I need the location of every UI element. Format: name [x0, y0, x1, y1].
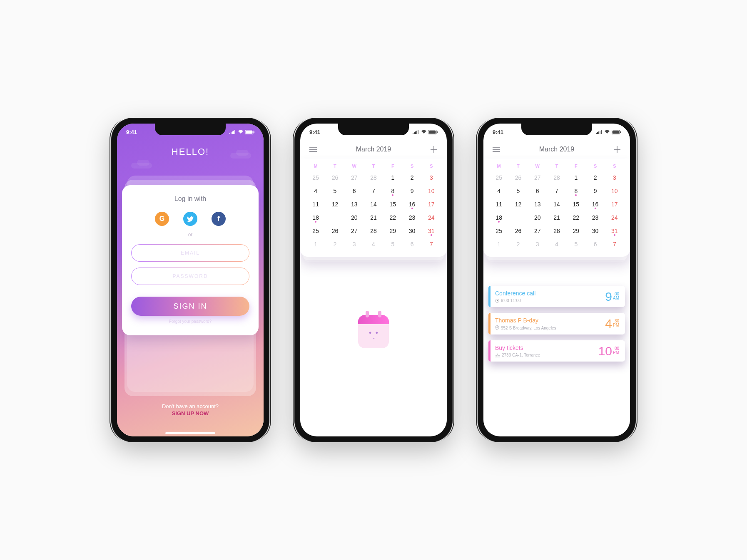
calendar-day[interactable]: 29	[566, 224, 585, 238]
calendar-day[interactable]: 28	[547, 224, 566, 238]
event-card[interactable]: Thomas P B-day952 S Broadway, Los Angele…	[488, 313, 625, 335]
event-card[interactable]: Conference call9:00-11:00900AM	[488, 286, 625, 307]
calendar-day[interactable]: 22	[566, 211, 585, 224]
calendar-day[interactable]: 29	[383, 224, 402, 238]
email-input[interactable]	[131, 244, 249, 262]
calendar-day[interactable]: 25	[306, 171, 325, 184]
home-indicator[interactable]	[165, 432, 215, 434]
calendar-day[interactable]: 27	[345, 224, 364, 238]
calendar-day[interactable]: 4	[364, 238, 383, 251]
calendar-day[interactable]: 21	[547, 211, 566, 224]
calendar-day[interactable]: 2	[325, 238, 344, 251]
calendar-day[interactable]: 5	[508, 184, 528, 198]
calendar-day[interactable]: 11	[489, 198, 508, 211]
calendar-day[interactable]: 20	[345, 211, 364, 224]
calendar-day[interactable]: 14	[364, 198, 383, 211]
calendar-day[interactable]: 19	[508, 211, 528, 224]
twitter-login-button[interactable]	[183, 212, 197, 226]
home-indicator[interactable]	[532, 432, 582, 434]
calendar-day[interactable]: 28	[547, 171, 566, 184]
event-card[interactable]: Buy tickets2733 CA-1, Torrance1000PM	[488, 340, 625, 362]
calendar-day[interactable]: 21	[364, 211, 383, 224]
calendar-day[interactable]: 26	[325, 171, 344, 184]
calendar-day[interactable]: 3	[528, 238, 547, 251]
calendar-day[interactable]: 28	[364, 224, 383, 238]
calendar-day[interactable]: 10	[422, 184, 441, 198]
scroll-down-icon[interactable]	[552, 425, 561, 430]
forgot-password-link[interactable]: Forgot your password?	[131, 319, 249, 324]
calendar-day[interactable]: 24	[605, 211, 624, 224]
calendar-day[interactable]: 1	[383, 171, 402, 184]
calendar-day[interactable]: 25	[306, 224, 325, 238]
calendar-day[interactable]: 7	[364, 184, 383, 198]
calendar-day[interactable]: 25	[489, 224, 508, 238]
calendar-day[interactable]: 17	[422, 198, 441, 211]
month-title[interactable]: March 2019	[356, 146, 391, 153]
password-input[interactable]	[131, 268, 249, 285]
calendar-day[interactable]: 19	[325, 211, 344, 224]
calendar-day[interactable]: 4	[489, 184, 508, 198]
calendar-day[interactable]: 5	[325, 184, 344, 198]
calendar-day[interactable]: 6	[402, 238, 421, 251]
calendar-day[interactable]: 4	[306, 184, 325, 198]
calendar-day[interactable]: 20	[528, 211, 547, 224]
calendar-day[interactable]: 7	[605, 238, 624, 251]
calendar-day[interactable]: 18	[489, 211, 508, 224]
calendar-day[interactable]: 8	[383, 184, 402, 198]
calendar-day[interactable]: 24	[422, 211, 441, 224]
calendar-day[interactable]: 18	[306, 211, 325, 224]
calendar-day[interactable]: 15	[566, 198, 585, 211]
calendar-day[interactable]: 13	[528, 198, 547, 211]
calendar-day[interactable]: 1	[306, 238, 325, 251]
calendar-day[interactable]: 2	[402, 171, 421, 184]
calendar-day[interactable]: 31	[605, 224, 624, 238]
calendar-day[interactable]: 27	[345, 171, 364, 184]
calendar-day[interactable]: 2	[585, 171, 605, 184]
calendar-day[interactable]: 14	[547, 198, 566, 211]
calendar-day[interactable]: 15	[383, 198, 402, 211]
calendar-day[interactable]: 23	[585, 211, 605, 224]
calendar-day[interactable]: 7	[547, 184, 566, 198]
calendar-day[interactable]: 3	[605, 171, 624, 184]
calendar-day[interactable]: 16	[585, 198, 605, 211]
calendar-day[interactable]: 17	[605, 198, 624, 211]
calendar-day[interactable]: 10	[605, 184, 624, 198]
calendar-day[interactable]: 3	[422, 171, 441, 184]
calendar-day[interactable]: 5	[566, 238, 585, 251]
calendar-day[interactable]: 26	[508, 224, 528, 238]
calendar-day[interactable]: 5	[383, 238, 402, 251]
add-event-button[interactable]	[429, 145, 438, 154]
calendar-day[interactable]: 8	[566, 184, 585, 198]
calendar-day[interactable]: 13	[345, 198, 364, 211]
calendar-day[interactable]: 6	[345, 184, 364, 198]
calendar-day[interactable]: 1	[489, 238, 508, 251]
calendar-day[interactable]: 12	[325, 198, 344, 211]
calendar-day[interactable]: 31	[422, 224, 441, 238]
calendar-day[interactable]: 27	[528, 171, 547, 184]
signin-button[interactable]: SIGN IN	[131, 297, 249, 316]
calendar-day[interactable]: 16	[402, 198, 421, 211]
month-title[interactable]: March 2019	[539, 146, 575, 153]
calendar-day[interactable]: 26	[325, 224, 344, 238]
calendar-day[interactable]: 30	[585, 224, 605, 238]
calendar-day[interactable]: 2	[508, 238, 528, 251]
calendar-day[interactable]: 22	[383, 211, 402, 224]
menu-icon[interactable]	[492, 145, 501, 154]
menu-icon[interactable]	[309, 145, 318, 154]
calendar-day[interactable]: 28	[364, 171, 383, 184]
calendar-day[interactable]: 6	[585, 238, 605, 251]
calendar-day[interactable]: 3	[345, 238, 364, 251]
calendar-day[interactable]: 4	[547, 238, 566, 251]
add-event-button[interactable]	[613, 145, 622, 154]
calendar-day[interactable]: 25	[489, 171, 508, 184]
calendar-day[interactable]: 23	[402, 211, 421, 224]
calendar-day[interactable]: 12	[508, 198, 528, 211]
calendar-day[interactable]: 27	[528, 224, 547, 238]
facebook-login-button[interactable]: f	[212, 212, 226, 226]
calendar-day[interactable]: 9	[585, 184, 605, 198]
home-indicator[interactable]	[349, 432, 398, 434]
calendar-day[interactable]: 9	[402, 184, 421, 198]
google-login-button[interactable]: G	[155, 212, 169, 226]
calendar-day[interactable]: 26	[508, 171, 528, 184]
calendar-day[interactable]: 6	[528, 184, 547, 198]
